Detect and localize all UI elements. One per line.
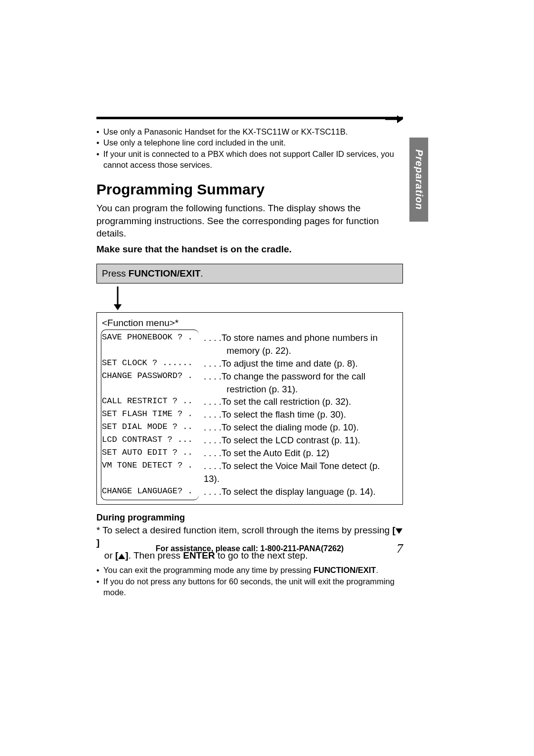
page-content: •Use only a Panasonic Handset for the KX… [96, 117, 403, 598]
down-triangle-icon [396, 528, 402, 534]
svg-marker-3 [114, 304, 122, 310]
menu-desc-text: . . . .To select the LCD contrast (p. 11… [204, 434, 360, 447]
menu-desc-text: . . . .To select the Voice Mail Tone det… [204, 460, 398, 485]
menu-item: SET DIAL MODE ? ... . . .To select the d… [102, 421, 398, 434]
function-menu-box: <Function menu>* SAVE PHONEBOOK ? .. . .… [96, 312, 403, 505]
during-bullet-notes: •You can exit the programming mode any t… [96, 565, 403, 598]
menu-item: CHANGE PASSWORD? .. . . .To change the p… [102, 370, 398, 396]
menu-item: LCD CONTRAST ? .... . . .To select the L… [102, 434, 398, 447]
menu-lcd-text: SET AUTO EDIT ? .. [102, 447, 204, 460]
menu-lcd-text: VM TONE DETECT ? . [102, 460, 204, 485]
menu-item: CHANGE LANGUAGE? .. . . .To select the d… [102, 485, 398, 498]
down-arrow-icon [113, 286, 403, 310]
cradle-instruction: Make sure that the handset is on the cra… [96, 244, 403, 255]
top-notes: •Use only a Panasonic Handset for the KX… [96, 126, 403, 170]
menu-lcd-text: SET DIAL MODE ? .. [102, 421, 204, 434]
press-prefix: Press [102, 268, 129, 279]
assistance-phone: For assistance, please call: 1-800-211-P… [156, 544, 344, 553]
menu-lcd-text: LCD CONTRAST ? ... [102, 434, 204, 447]
menu-lcd-text: SAVE PHONEBOOK ? . [102, 331, 204, 357]
menu-item: VM TONE DETECT ? .. . . .To select the V… [102, 460, 398, 485]
menu-lcd-text: CALL RESTRICT ? .. [102, 395, 204, 408]
page-footer: For assistance, please call: 1-800-211-P… [96, 544, 403, 553]
continue-arrow-icon [385, 113, 403, 127]
function-menu-title: <Function menu>* [102, 318, 398, 329]
during-note-scroll: * To select a desired function item, scr… [96, 524, 403, 562]
menu-desc-text: . . . .To store names and phone numbers … [204, 331, 378, 357]
intro-text: You can program the following functions.… [96, 202, 403, 240]
note-text: Use only a telephone line cord included … [103, 137, 286, 148]
note-text: If you do not press any buttons for 60 s… [103, 576, 403, 598]
menu-lcd-text: CHANGE PASSWORD? . [102, 370, 204, 396]
menu-desc-text: . . . .To set the Auto Edit (p. 12) [204, 447, 329, 460]
text-fragment: * To select a desired function item, scr… [96, 525, 392, 535]
note-text: You can exit the programming mode any ti… [103, 565, 378, 575]
note-text: Use only a Panasonic Handset for the KX-… [103, 126, 348, 137]
menu-item: SET AUTO EDIT ? ... . . .To set the Auto… [102, 447, 398, 460]
menu-lcd-text: SET FLASH TIME ? . [102, 408, 204, 421]
menu-lcd-text: SET CLOCK ? ...... [102, 357, 204, 370]
menu-desc-text: . . . .To set the call restriction (p. 3… [204, 395, 351, 408]
menu-item: SAVE PHONEBOOK ? .. . . .To store names … [102, 331, 398, 357]
menu-desc-text: . . . .To change the password for the ca… [204, 370, 365, 396]
menu-desc-text: . . . .To select the display language (p… [204, 485, 376, 498]
page-title: Programming Summary [96, 181, 403, 198]
menu-lcd-text: CHANGE LANGUAGE? . [102, 485, 204, 498]
press-suffix: . [201, 268, 203, 279]
menu-item: CALL RESTRICT ? ... . . .To set the call… [102, 395, 398, 408]
section-tab-preparation: Preparation [409, 138, 428, 222]
divider [96, 117, 403, 119]
during-programming-heading: During programming [96, 513, 403, 523]
menu-item: SET CLOCK ? ....... . . .To adjust the t… [102, 357, 398, 370]
press-function-box: Press FUNCTION/EXIT. [96, 264, 403, 284]
menu-desc-text: . . . .To select the dialing mode (p. 10… [204, 421, 359, 434]
up-triangle-icon [118, 554, 125, 559]
menu-desc-text: . . . .To adjust the time and date (p. 8… [204, 357, 358, 370]
press-button-label: FUNCTION/EXIT [129, 268, 201, 279]
menu-desc-text: . . . .To select the flash time (p. 30). [204, 408, 346, 421]
menu-item: SET FLASH TIME ? .. . . .To select the f… [102, 408, 398, 421]
page-number: 7 [397, 541, 403, 556]
svg-marker-1 [397, 115, 403, 123]
note-text: If your unit is connected to a PBX which… [103, 148, 403, 171]
function-menu-list: SAVE PHONEBOOK ? .. . . .To store names … [102, 331, 398, 498]
